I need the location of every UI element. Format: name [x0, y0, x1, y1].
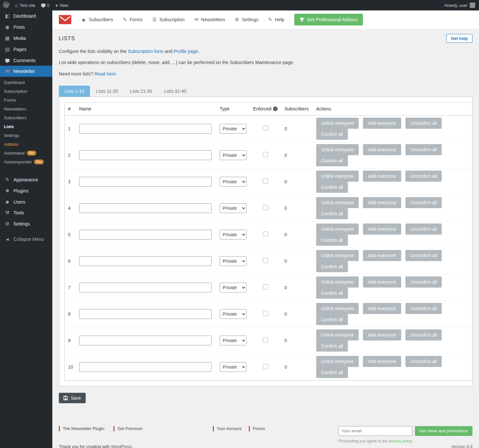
info-icon[interactable]: i	[273, 107, 278, 111]
add-everyone-button[interactable]: Add everyone	[363, 171, 401, 182]
sidebar-item-pages[interactable]: ▤ Pages	[0, 44, 52, 55]
enforced-checkbox[interactable]	[263, 205, 268, 210]
unconfirm-all-button[interactable]: Unconfirm all	[405, 118, 442, 129]
add-everyone-button[interactable]: Add everyone	[363, 276, 401, 288]
add-everyone-button[interactable]: Add everyone	[363, 250, 401, 261]
sidebar-item-dashboard[interactable]: ◧ Dashboard	[0, 10, 52, 22]
newsletter-logo[interactable]	[59, 15, 71, 24]
comments-admin-link[interactable]: 0	[38, 0, 52, 10]
get-professional-addons-button[interactable]: Get Professional Addons	[294, 14, 363, 25]
newsletter-plugin-link[interactable]: The Newsletter Plugin	[59, 426, 104, 431]
submenu-item-settings[interactable]: Settings	[0, 131, 52, 140]
list-name-input[interactable]	[79, 177, 212, 187]
list-type-select[interactable]: Private	[220, 150, 247, 160]
list-name-input[interactable]	[79, 124, 212, 134]
add-everyone-button[interactable]: Add everyone	[363, 224, 401, 235]
submenu-item-dashboard[interactable]: Dashboard	[0, 78, 52, 87]
confirm-all-button[interactable]: Confirm all	[316, 235, 348, 246]
enforced-checkbox[interactable]	[263, 311, 268, 316]
submenu-item-newsletters[interactable]: Newsletters	[0, 105, 52, 113]
get-help-button[interactable]: Get help	[446, 34, 472, 43]
submenu-item-automated[interactable]: Automated Pro	[0, 149, 52, 158]
confirm-all-button[interactable]: Confirm all	[316, 261, 348, 272]
list-type-select[interactable]: Private	[220, 203, 247, 213]
confirm-all-button[interactable]: Confirm all	[316, 340, 348, 352]
tab-settings[interactable]: ⚙ Settings	[235, 17, 258, 23]
unconfirm-all-button[interactable]: Unconfirm all	[405, 171, 442, 182]
confirm-all-button[interactable]: Confirm all	[316, 182, 348, 193]
subscription-form-link[interactable]: Subscription form	[128, 49, 163, 54]
sidebar-item-users[interactable]: ☻ Users	[0, 196, 52, 207]
wordpress-menu[interactable]: Ⓦ	[0, 0, 12, 10]
list-name-input[interactable]	[79, 309, 212, 319]
unlink-everyone-button[interactable]: Unlink everyone	[316, 356, 359, 367]
list-name-input[interactable]	[79, 336, 212, 345]
tab-forms[interactable]: ✎ Forms	[123, 17, 143, 23]
submenu-item-lists[interactable]: Lists	[0, 122, 52, 131]
enforced-checkbox[interactable]	[263, 231, 268, 237]
unlink-everyone-button[interactable]: Unlink everyone	[316, 303, 359, 314]
sidebar-item-plugins[interactable]: ❖ Plugins	[0, 185, 52, 196]
profile-page-link[interactable]: Profile page	[174, 49, 198, 54]
list-name-input[interactable]	[79, 283, 212, 292]
add-everyone-button[interactable]: Add everyone	[363, 356, 401, 367]
list-type-select[interactable]: Private	[220, 177, 247, 187]
unlink-everyone-button[interactable]: Unlink everyone	[316, 171, 359, 182]
list-type-select[interactable]: Private	[220, 362, 247, 372]
get-news-button[interactable]: Get news and promotions	[415, 426, 472, 436]
unconfirm-all-button[interactable]: Unconfirm all	[405, 250, 442, 261]
enforced-checkbox[interactable]	[263, 258, 268, 263]
submenu-item-forms[interactable]: Forms	[0, 96, 52, 105]
tab-lists-31-40[interactable]: Lists 31-40	[159, 86, 192, 97]
add-everyone-button[interactable]: Add everyone	[363, 303, 401, 314]
enforced-checkbox[interactable]	[263, 125, 268, 131]
confirm-all-button[interactable]: Confirm all	[316, 288, 348, 299]
confirm-all-button[interactable]: Confirm all	[316, 314, 348, 325]
enforced-checkbox[interactable]	[263, 337, 268, 342]
submenu-item-autoresponder[interactable]: Autoresponder Pro	[0, 158, 52, 166]
unconfirm-all-button[interactable]: Unconfirm all	[405, 329, 442, 340]
unconfirm-all-button[interactable]: Unconfirm all	[405, 144, 442, 155]
sidebar-item-newsletter[interactable]: ✉ Newsletter	[0, 66, 52, 77]
save-button[interactable]: Save	[59, 393, 86, 403]
unconfirm-all-button[interactable]: Unconfirm all	[405, 303, 442, 314]
add-everyone-button[interactable]: Add everyone	[363, 329, 401, 340]
site-name-link[interactable]: ⌂ Test site	[12, 0, 38, 10]
sidebar-item-collapse-menu[interactable]: ◀ Collapse Menu	[0, 234, 52, 244]
unconfirm-all-button[interactable]: Unconfirm all	[405, 276, 442, 288]
unlink-everyone-button[interactable]: Unlink everyone	[316, 224, 359, 235]
add-everyone-button[interactable]: Add everyone	[363, 144, 401, 155]
submenu-item-subscription[interactable]: Subscription	[0, 87, 52, 96]
list-type-select[interactable]: Private	[220, 230, 247, 240]
tab-lists-11-20[interactable]: Lists 11-20	[91, 86, 124, 97]
confirm-all-button[interactable]: Confirm all	[316, 367, 348, 378]
privacy-policy-link[interactable]: privacy policy	[389, 439, 412, 443]
unconfirm-all-button[interactable]: Unconfirm all	[405, 224, 442, 235]
sidebar-item-posts[interactable]: ◉ Posts	[0, 22, 52, 33]
tab-subscribers[interactable]: ☻ Subscribers	[81, 17, 113, 23]
unconfirm-all-button[interactable]: Unconfirm all	[405, 356, 442, 367]
your-account-link[interactable]: Your Account	[213, 426, 242, 431]
list-name-input[interactable]	[79, 203, 212, 213]
submenu-item-addons[interactable]: Addons	[0, 140, 52, 149]
wordpress-link[interactable]: WordPress	[111, 444, 132, 448]
unlink-everyone-button[interactable]: Unlink everyone	[316, 250, 359, 261]
get-premium-link[interactable]: Get Premium	[113, 426, 143, 431]
add-everyone-button[interactable]: Add everyone	[363, 197, 401, 208]
list-type-select[interactable]: Private	[220, 309, 247, 319]
submenu-item-subscribers[interactable]: Subscribers	[0, 113, 52, 122]
tab-lists-21-30[interactable]: Lists 21-30	[124, 86, 158, 97]
new-content-menu[interactable]: + New	[52, 0, 71, 10]
sidebar-item-settings[interactable]: ⚙ Settings	[0, 218, 52, 229]
tab-lists-1-10[interactable]: Lists 1-10	[59, 86, 90, 97]
confirm-all-button[interactable]: Confirm all	[316, 155, 348, 166]
enforced-checkbox[interactable]	[263, 152, 268, 157]
enforced-checkbox[interactable]	[263, 364, 268, 369]
list-type-select[interactable]: Private	[220, 124, 247, 134]
sidebar-item-appearance[interactable]: ✎ Appearance	[0, 174, 52, 185]
tab-subscription[interactable]: ☰ Subscription	[152, 17, 185, 23]
unlink-everyone-button[interactable]: Unlink everyone	[316, 329, 359, 340]
sidebar-item-media[interactable]: ▦ Media	[0, 33, 52, 44]
account-menu[interactable]: Howdy, user	[444, 0, 479, 10]
list-type-select[interactable]: Private	[220, 283, 247, 292]
